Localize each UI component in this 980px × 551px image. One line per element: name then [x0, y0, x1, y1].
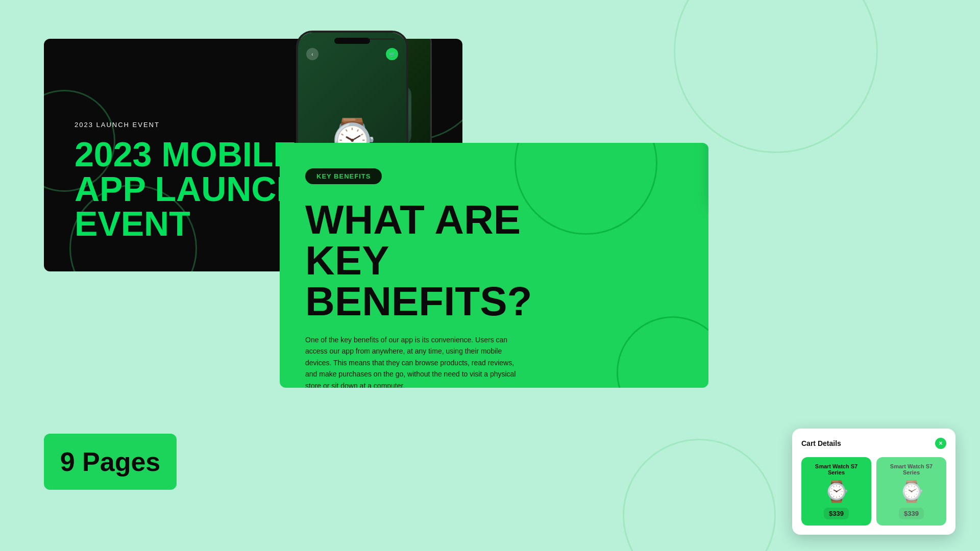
green-slide-title: WHAT ARE KEY BENEFITS? [305, 199, 550, 322]
green-slide: Smart Watch S7 ♡ New S7 4watch Smart Wat… [280, 143, 708, 388]
pages-badge: 9 Pages [44, 434, 177, 490]
cart-item-2-name: Smart Watch S7 Series [883, 463, 940, 475]
green-slide-description: One of the key benefits of our app is it… [305, 334, 520, 388]
key-benefits-badge: KEY BENEFITS [305, 168, 382, 184]
cart-item-1: Smart Watch S7 Series ⌚ $339 [801, 457, 871, 525]
launch-label: 2023 LAUNCH EVENT [75, 121, 302, 129]
dark-title-line3: EVENT [75, 204, 190, 243]
phone-cart-button[interactable]: 🛒 [386, 48, 398, 60]
bg-curve-1 [674, 0, 878, 153]
cart-item-1-price: $339 [824, 508, 849, 519]
green-slide-content: KEY BENEFITS WHAT ARE KEY BENEFITS? One … [305, 168, 550, 388]
phone-big-notch [334, 38, 370, 44]
cart-item-2-watch: ⌚ [899, 480, 924, 504]
cart-item-2-price: $339 [899, 508, 924, 519]
phone-back-button[interactable]: ‹ [306, 48, 318, 60]
cart-details-header: Cart Details × [801, 438, 946, 449]
cart-item-1-name: Smart Watch S7 Series [807, 463, 865, 475]
dark-slide-title: 2023 MOBILE APP LAUNCH EVENT [75, 137, 302, 241]
cart-close-button[interactable]: × [935, 438, 946, 449]
dark-title-line1: 2023 MOBILE [75, 135, 297, 173]
phone-notch [365, 39, 396, 39]
dark-slide-content: 2023 LAUNCH EVENT 2023 MOBILE APP LAUNCH… [75, 121, 302, 241]
phone-top-bar: ‹ 🛒 [298, 48, 406, 60]
cart-details-title: Cart Details [801, 439, 841, 447]
cart-items-list: Smart Watch S7 Series ⌚ $339 Smart Watch… [801, 457, 946, 525]
green-title-line2: KEY BENEFITS? [305, 238, 532, 324]
cart-item-1-watch: ⌚ [824, 480, 849, 504]
cart-item-2: Smart Watch S7 Series ⌚ $339 [876, 457, 946, 525]
bg-curve-2 [623, 439, 776, 551]
cart-details-card: Cart Details × Smart Watch S7 Series ⌚ $… [792, 429, 955, 535]
green-title-line1: WHAT ARE [305, 197, 521, 242]
green-curve-2 [617, 316, 708, 388]
dark-title-line2: APP LAUNCH [75, 169, 302, 208]
pages-count: 9 Pages [60, 446, 161, 477]
